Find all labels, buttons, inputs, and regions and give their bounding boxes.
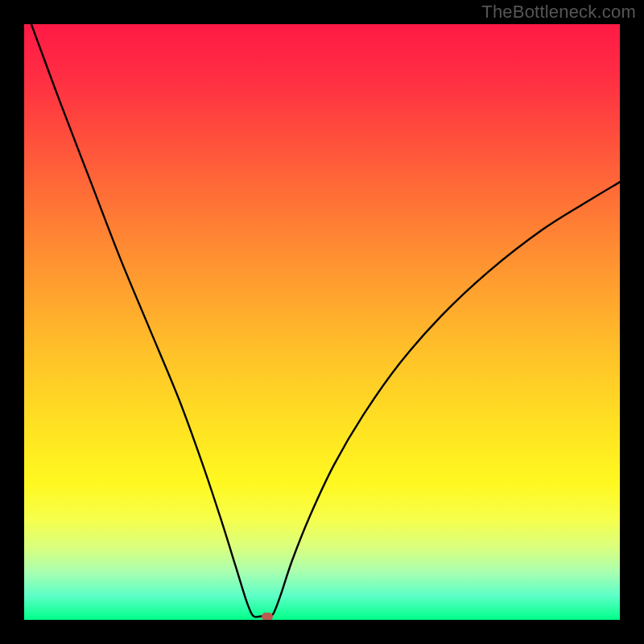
chart-frame: TheBottleneck.com: [0, 0, 644, 644]
curve-svg: [24, 24, 620, 620]
plot-area: [24, 24, 620, 620]
watermark-text: TheBottleneck.com: [481, 2, 636, 23]
optimal-marker: [262, 613, 273, 620]
bottleneck-curve: [31, 24, 620, 617]
